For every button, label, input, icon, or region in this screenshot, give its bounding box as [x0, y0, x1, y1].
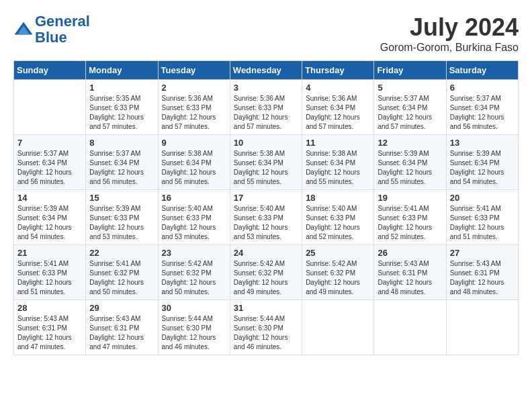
day-number: 7	[17, 138, 82, 148]
day-info: Sunrise: 5:43 AM Sunset: 6:31 PM Dayligh…	[378, 259, 442, 297]
calendar-cell: 27Sunrise: 5:43 AM Sunset: 6:31 PM Dayli…	[446, 245, 518, 300]
day-number: 2	[162, 83, 226, 93]
calendar-cell: 21Sunrise: 5:41 AM Sunset: 6:33 PM Dayli…	[14, 245, 86, 300]
day-number: 15	[89, 193, 154, 203]
col-friday: Friday	[374, 61, 446, 80]
day-number: 9	[162, 138, 226, 148]
day-number: 26	[378, 248, 442, 258]
day-number: 29	[89, 303, 154, 313]
calendar-cell: 23Sunrise: 5:42 AM Sunset: 6:32 PM Dayli…	[158, 245, 230, 300]
day-info: Sunrise: 5:40 AM Sunset: 6:33 PM Dayligh…	[306, 204, 370, 242]
day-info: Sunrise: 5:38 AM Sunset: 6:34 PM Dayligh…	[306, 149, 370, 187]
day-info: Sunrise: 5:36 AM Sunset: 6:33 PM Dayligh…	[162, 94, 226, 132]
day-info: Sunrise: 5:43 AM Sunset: 6:31 PM Dayligh…	[17, 314, 82, 352]
day-info: Sunrise: 5:41 AM Sunset: 6:32 PM Dayligh…	[89, 259, 154, 297]
day-number: 1	[89, 83, 154, 93]
day-info: Sunrise: 5:42 AM Sunset: 6:32 PM Dayligh…	[162, 259, 226, 297]
calendar-cell: 19Sunrise: 5:41 AM Sunset: 6:33 PM Dayli…	[374, 190, 446, 245]
day-number: 14	[17, 193, 82, 203]
calendar-cell: 4Sunrise: 5:36 AM Sunset: 6:34 PM Daylig…	[302, 80, 374, 135]
calendar-cell: 2Sunrise: 5:36 AM Sunset: 6:33 PM Daylig…	[158, 80, 230, 135]
day-number: 21	[17, 248, 82, 258]
month-title: July 2024	[380, 13, 519, 42]
day-number: 12	[378, 138, 442, 148]
calendar-cell: 12Sunrise: 5:39 AM Sunset: 6:34 PM Dayli…	[374, 135, 446, 190]
logo-text: General Blue	[35, 13, 90, 46]
calendar-cell: 26Sunrise: 5:43 AM Sunset: 6:31 PM Dayli…	[374, 245, 446, 300]
col-sunday: Sunday	[14, 61, 86, 80]
calendar-cell: 10Sunrise: 5:38 AM Sunset: 6:34 PM Dayli…	[230, 135, 302, 190]
day-info: Sunrise: 5:39 AM Sunset: 6:34 PM Dayligh…	[378, 149, 442, 187]
page-header: General Blue July 2024 Gorom-Gorom, Burk…	[13, 13, 519, 54]
calendar-cell: 6Sunrise: 5:37 AM Sunset: 6:34 PM Daylig…	[446, 80, 518, 135]
day-number: 30	[162, 303, 226, 313]
day-number: 4	[306, 83, 370, 93]
day-number: 10	[234, 138, 298, 148]
calendar-week-3: 14Sunrise: 5:39 AM Sunset: 6:34 PM Dayli…	[14, 190, 519, 245]
day-info: Sunrise: 5:39 AM Sunset: 6:34 PM Dayligh…	[450, 149, 515, 187]
day-info: Sunrise: 5:44 AM Sunset: 6:30 PM Dayligh…	[234, 314, 298, 352]
calendar-cell: 17Sunrise: 5:40 AM Sunset: 6:33 PM Dayli…	[230, 190, 302, 245]
calendar-cell: 9Sunrise: 5:38 AM Sunset: 6:34 PM Daylig…	[158, 135, 230, 190]
calendar-cell	[374, 300, 446, 355]
day-number: 23	[162, 248, 226, 258]
calendar-week-5: 28Sunrise: 5:43 AM Sunset: 6:31 PM Dayli…	[14, 300, 519, 355]
day-number: 28	[17, 303, 82, 313]
calendar-cell: 22Sunrise: 5:41 AM Sunset: 6:32 PM Dayli…	[86, 245, 158, 300]
calendar-week-1: 1Sunrise: 5:35 AM Sunset: 6:33 PM Daylig…	[14, 80, 519, 135]
day-number: 25	[306, 248, 370, 258]
day-info: Sunrise: 5:42 AM Sunset: 6:32 PM Dayligh…	[234, 259, 298, 297]
logo-line1: General	[35, 13, 90, 30]
day-number: 11	[306, 138, 370, 148]
day-info: Sunrise: 5:43 AM Sunset: 6:31 PM Dayligh…	[450, 259, 515, 297]
day-info: Sunrise: 5:35 AM Sunset: 6:33 PM Dayligh…	[89, 94, 154, 132]
col-thursday: Thursday	[302, 61, 374, 80]
day-info: Sunrise: 5:36 AM Sunset: 6:34 PM Dayligh…	[306, 94, 370, 132]
calendar-cell: 16Sunrise: 5:40 AM Sunset: 6:33 PM Dayli…	[158, 190, 230, 245]
calendar-cell: 5Sunrise: 5:37 AM Sunset: 6:34 PM Daylig…	[374, 80, 446, 135]
day-info: Sunrise: 5:38 AM Sunset: 6:34 PM Dayligh…	[234, 149, 298, 187]
day-number: 18	[306, 193, 370, 203]
day-info: Sunrise: 5:41 AM Sunset: 6:33 PM Dayligh…	[17, 259, 82, 297]
day-info: Sunrise: 5:37 AM Sunset: 6:34 PM Dayligh…	[89, 149, 154, 187]
calendar-cell: 13Sunrise: 5:39 AM Sunset: 6:34 PM Dayli…	[446, 135, 518, 190]
day-number: 22	[89, 248, 154, 258]
calendar-body: 1Sunrise: 5:35 AM Sunset: 6:33 PM Daylig…	[14, 80, 519, 355]
title-block: July 2024 Gorom-Gorom, Burkina Faso	[380, 13, 519, 54]
logo: General Blue	[13, 13, 90, 46]
day-number: 31	[234, 303, 298, 313]
day-info: Sunrise: 5:43 AM Sunset: 6:31 PM Dayligh…	[89, 314, 154, 352]
col-wednesday: Wednesday	[230, 61, 302, 80]
day-info: Sunrise: 5:38 AM Sunset: 6:34 PM Dayligh…	[162, 149, 226, 187]
calendar-week-4: 21Sunrise: 5:41 AM Sunset: 6:33 PM Dayli…	[14, 245, 519, 300]
day-info: Sunrise: 5:36 AM Sunset: 6:33 PM Dayligh…	[234, 94, 298, 132]
calendar-cell: 30Sunrise: 5:44 AM Sunset: 6:30 PM Dayli…	[158, 300, 230, 355]
calendar-cell: 11Sunrise: 5:38 AM Sunset: 6:34 PM Dayli…	[302, 135, 374, 190]
day-info: Sunrise: 5:37 AM Sunset: 6:34 PM Dayligh…	[17, 149, 82, 187]
calendar-cell: 24Sunrise: 5:42 AM Sunset: 6:32 PM Dayli…	[230, 245, 302, 300]
day-info: Sunrise: 5:39 AM Sunset: 6:34 PM Dayligh…	[17, 204, 82, 242]
day-info: Sunrise: 5:42 AM Sunset: 6:32 PM Dayligh…	[306, 259, 370, 297]
col-saturday: Saturday	[446, 61, 518, 80]
calendar-cell: 18Sunrise: 5:40 AM Sunset: 6:33 PM Dayli…	[302, 190, 374, 245]
calendar-cell: 14Sunrise: 5:39 AM Sunset: 6:34 PM Dayli…	[14, 190, 86, 245]
calendar-cell: 31Sunrise: 5:44 AM Sunset: 6:30 PM Dayli…	[230, 300, 302, 355]
calendar-cell: 3Sunrise: 5:36 AM Sunset: 6:33 PM Daylig…	[230, 80, 302, 135]
calendar-cell: 29Sunrise: 5:43 AM Sunset: 6:31 PM Dayli…	[86, 300, 158, 355]
calendar-cell: 1Sunrise: 5:35 AM Sunset: 6:33 PM Daylig…	[86, 80, 158, 135]
calendar-cell: 7Sunrise: 5:37 AM Sunset: 6:34 PM Daylig…	[14, 135, 86, 190]
col-monday: Monday	[86, 61, 158, 80]
calendar-cell: 25Sunrise: 5:42 AM Sunset: 6:32 PM Dayli…	[302, 245, 374, 300]
calendar-cell: 15Sunrise: 5:39 AM Sunset: 6:33 PM Dayli…	[86, 190, 158, 245]
day-number: 19	[378, 193, 442, 203]
calendar-table: Sunday Monday Tuesday Wednesday Thursday…	[13, 60, 519, 355]
day-number: 6	[450, 83, 515, 93]
calendar-cell: 8Sunrise: 5:37 AM Sunset: 6:34 PM Daylig…	[86, 135, 158, 190]
calendar-cell	[446, 300, 518, 355]
calendar-cell	[14, 80, 86, 135]
logo-line2: Blue	[35, 29, 67, 46]
day-number: 17	[234, 193, 298, 203]
day-info: Sunrise: 5:37 AM Sunset: 6:34 PM Dayligh…	[450, 94, 515, 132]
calendar-cell: 20Sunrise: 5:41 AM Sunset: 6:33 PM Dayli…	[446, 190, 518, 245]
calendar-week-2: 7Sunrise: 5:37 AM Sunset: 6:34 PM Daylig…	[14, 135, 519, 190]
